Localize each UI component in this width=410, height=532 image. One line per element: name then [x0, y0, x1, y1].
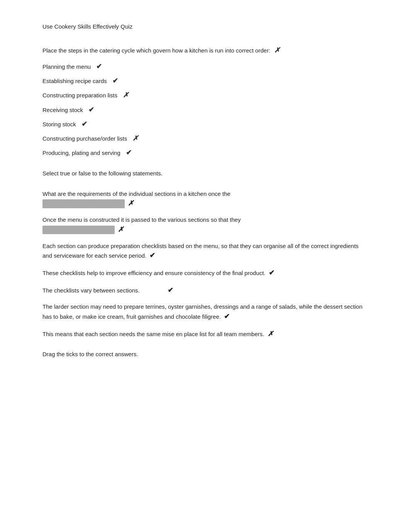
statement-4-text: These checklists help to improve efficie…	[42, 270, 266, 276]
statement-6: The larder section may need to prepare t…	[42, 303, 368, 322]
statements-section: What are the requirements of the individ…	[42, 190, 368, 339]
ordering-question-text: Place the steps in the catering cycle wh…	[42, 47, 270, 54]
item-marker: ✔	[112, 76, 118, 86]
statement-7-text: This means that each section needs the s…	[42, 331, 264, 337]
list-item: Constructing purchase/order lists ✗	[42, 134, 368, 143]
drag-instruction: Drag the ticks to the correct answers.	[42, 351, 368, 357]
item-marker: ✔	[88, 105, 94, 115]
item-label: Receiving stock	[42, 106, 83, 114]
item-marker: ✔	[126, 148, 132, 158]
statement-7: This means that each section needs the s…	[42, 329, 368, 339]
ordering-question-marker: ✗	[274, 46, 280, 54]
statement-1-text-before: What are the requirements of the individ…	[42, 190, 230, 197]
item-marker: ✗	[123, 90, 129, 100]
list-item: Planning the menu ✔	[42, 62, 368, 71]
item-label: Planning the menu	[42, 63, 91, 71]
statement-6-marker: ✔	[224, 313, 230, 320]
quiz-title: Use Cookery Skills Effectively Quiz	[42, 23, 368, 30]
statement-1: What are the requirements of the individ…	[42, 190, 368, 209]
item-label: Constructing purchase/order lists	[42, 134, 127, 143]
statement-2-blurred: can plan their mise en place	[42, 226, 115, 235]
statement-2-marker: ✗	[118, 226, 124, 233]
true-false-instruction: Select true or false to the following st…	[42, 169, 368, 178]
statement-4: These checklists help to improve efficie…	[42, 268, 368, 278]
statement-2-text-before: Once the menu is constructed it is passe…	[42, 216, 241, 223]
list-item: Receiving stock ✔	[42, 105, 368, 115]
item-label: Establishing recipe cards	[42, 77, 107, 85]
statement-5: The checklists vary between sections. ✔	[42, 285, 368, 296]
item-marker: ✔	[81, 119, 87, 129]
list-item: Producing, plating and serving ✔	[42, 148, 368, 158]
statement-2: Once the menu is constructed it is passe…	[42, 216, 368, 235]
statement-6-text: The larder section may need to prepare t…	[42, 303, 363, 320]
statement-3-marker: ✔	[149, 252, 155, 259]
statement-5-marker: ✔	[168, 286, 173, 294]
list-item: Constructing preparation lists ✗	[42, 90, 368, 100]
statement-1-marker: ✗	[128, 199, 134, 207]
item-label: Constructing preparation lists	[42, 91, 117, 99]
statement-4-marker: ✔	[269, 269, 274, 277]
statement-7-marker: ✗	[268, 330, 273, 338]
statement-5-text: The checklists vary between sections.	[42, 287, 140, 294]
item-label: Producing, plating and serving	[42, 149, 120, 157]
true-false-section: Select true or false to the following st…	[42, 169, 368, 178]
item-marker: ✗	[132, 134, 138, 143]
statement-3-text: Each section can produce preparation che…	[42, 243, 359, 259]
list-item: Storing stock ✔	[42, 119, 368, 129]
ordering-question: Place the steps in the catering cycle wh…	[42, 45, 368, 56]
ordering-section: Place the steps in the catering cycle wh…	[42, 45, 368, 158]
statement-3: Each section can produce preparation che…	[42, 242, 368, 261]
item-marker: ✔	[96, 62, 102, 71]
list-item: Establishing recipe cards ✔	[42, 76, 368, 86]
statement-1-blurred: menu is planned and distributed	[42, 199, 125, 208]
item-label: Storing stock	[42, 120, 76, 128]
